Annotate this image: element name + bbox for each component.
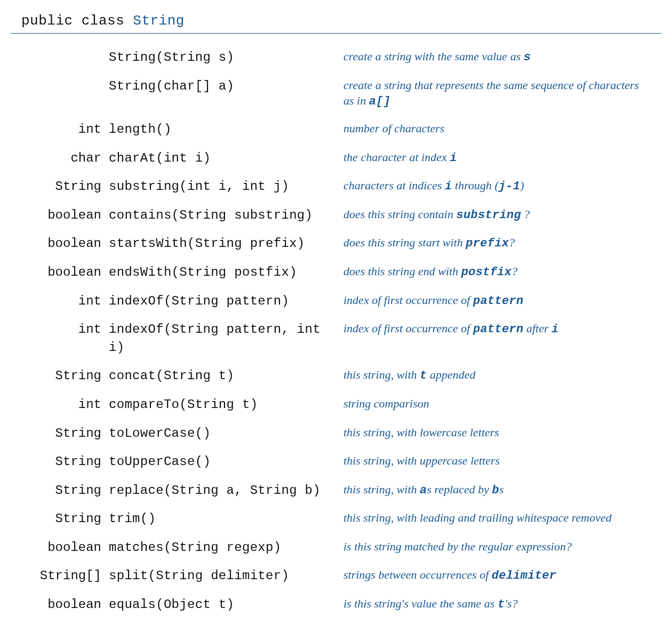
method-row: String(String s)create a string with the… — [11, 43, 661, 72]
method-description: does this string start with prefix? — [343, 235, 661, 252]
method-signature: compareTo(String t) — [109, 396, 343, 414]
method-list: String(String s)create a string with the… — [11, 34, 661, 624]
method-row: charcharAt(int i)the character at index … — [11, 144, 661, 173]
method-description: strings between occurrences of delimiter — [343, 567, 661, 584]
method-description: this string, with uppercase letters — [343, 453, 661, 469]
method-signature: String(char[] a) — [109, 77, 343, 95]
method-signature: contains(String substring) — [109, 206, 343, 225]
method-description: string comparison — [343, 396, 661, 412]
method-description: index of first occurrence of pattern aft… — [343, 321, 661, 338]
method-description: this string, with t appended — [343, 367, 661, 384]
method-signature: startsWith(String prefix) — [109, 235, 343, 253]
method-row: booleanequals(Object t)is this string's … — [11, 590, 661, 619]
method-row: Stringtrim()this string, with leading an… — [11, 505, 661, 533]
method-signature: split(String delimiter) — [109, 567, 343, 585]
method-description: characters at indices i through (j-1) — [343, 178, 661, 195]
method-description: does this string contain substring ? — [343, 206, 661, 223]
method-row: Stringconcat(String t)this string, with … — [11, 362, 661, 390]
return-type: int — [11, 292, 109, 310]
method-signature: trim() — [109, 510, 343, 528]
return-type: char — [11, 149, 109, 167]
return-type: String — [11, 178, 109, 196]
method-row: booleanstartsWith(String prefix)does thi… — [11, 229, 661, 258]
return-type: boolean — [11, 235, 109, 253]
method-signature: replace(String a, String b) — [109, 482, 343, 500]
method-signature: String(String s) — [109, 49, 343, 67]
method-row: Stringreplace(String a, String b)this st… — [11, 476, 661, 505]
method-signature: toLowerCase() — [109, 425, 343, 443]
return-type: String — [11, 425, 109, 443]
method-signature: endsWith(String postfix) — [109, 263, 343, 282]
method-description: create a string with the same value as s — [343, 49, 661, 66]
return-type: boolean — [11, 539, 109, 557]
class-name: String — [133, 13, 185, 29]
return-type: boolean — [11, 263, 109, 282]
class-prefix: public class — [21, 13, 133, 29]
method-row: intlength()number of characters — [11, 115, 661, 144]
method-description: is this string matched by the regular ex… — [343, 539, 661, 555]
method-signature: equals(Object t) — [109, 596, 343, 614]
method-description: this string, with as replaced by bs — [343, 482, 661, 499]
method-signature: indexOf(String pattern) — [109, 292, 343, 310]
method-description: is this string's value the same as t's? — [343, 596, 661, 613]
method-row: intcompareTo(String t)string comparison — [11, 390, 661, 419]
method-row: booleancontains(String substring)does th… — [11, 201, 661, 230]
method-description: this string, with lowercase letters — [343, 425, 661, 441]
return-type: int — [11, 321, 109, 339]
return-type: int — [11, 396, 109, 414]
method-description: does this string end with postfix? — [343, 263, 661, 281]
api-table: public class String String(String s)crea… — [0, 0, 672, 624]
method-row: booleanmatches(String regexp)is this str… — [11, 533, 661, 562]
return-type: String — [11, 510, 109, 528]
method-row: inthashCode()an integer hash code — [11, 619, 661, 624]
method-row: StringtoLowerCase()this string, with low… — [11, 419, 661, 448]
method-signature: charAt(int i) — [109, 149, 343, 167]
return-type: String — [11, 453, 109, 471]
method-signature: matches(String regexp) — [109, 539, 343, 557]
method-row: booleanendsWith(String postfix)does this… — [11, 258, 661, 287]
method-signature: toUpperCase() — [109, 453, 343, 471]
return-type: int — [11, 121, 109, 139]
method-description: index of first occurrence of pattern — [343, 292, 661, 309]
method-row: intindexOf(String pattern, int i)index o… — [11, 315, 661, 362]
method-description: the character at index i — [343, 149, 661, 166]
return-type: boolean — [11, 206, 109, 225]
return-type: String[] — [11, 567, 109, 585]
method-description: number of characters — [343, 121, 661, 137]
method-signature: indexOf(String pattern, int i) — [109, 321, 343, 356]
method-row: String(char[] a)create a string that rep… — [11, 72, 661, 115]
class-declaration: public class String — [11, 11, 661, 34]
method-signature: substring(int i, int j) — [109, 178, 343, 196]
return-type: String — [11, 367, 109, 385]
method-row: intindexOf(String pattern)index of first… — [11, 287, 661, 316]
return-type: String — [11, 482, 109, 500]
method-signature: concat(String t) — [109, 367, 343, 385]
return-type: boolean — [11, 596, 109, 614]
method-description: create a string that represents the same… — [343, 77, 661, 110]
method-row: StringtoUpperCase()this string, with upp… — [11, 447, 661, 476]
method-row: String[]split(String delimiter)strings b… — [11, 562, 661, 590]
method-signature: length() — [109, 121, 343, 139]
method-row: Stringsubstring(int i, int j)characters … — [11, 172, 661, 201]
method-description: this string, with leading and trailing w… — [343, 510, 661, 526]
